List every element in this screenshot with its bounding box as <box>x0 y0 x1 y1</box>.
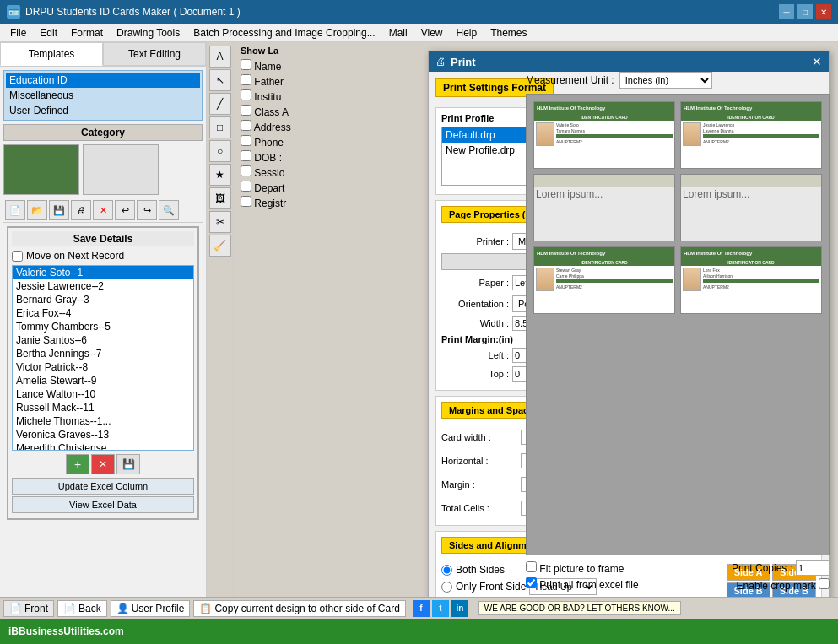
label-session-check[interactable] <box>241 165 251 176</box>
toolbar-print[interactable]: 🖨 <box>71 200 91 220</box>
menu-view[interactable]: View <box>414 25 450 41</box>
label-registr-check[interactable] <box>241 196 251 207</box>
tab-text-editing[interactable]: Text Editing <box>103 42 206 66</box>
tool-image[interactable]: 🖼 <box>209 187 231 209</box>
front-icon: 📄 <box>9 603 22 614</box>
label-class-check[interactable] <box>241 105 251 116</box>
card-1-badge-bar: IDENTIFICATION CARD <box>534 114 674 121</box>
menu-mail[interactable]: Mail <box>382 25 414 41</box>
menu-themes[interactable]: Themes <box>484 25 533 41</box>
label-phone-check[interactable] <box>241 135 251 146</box>
printer-icon: 🖨 <box>435 56 446 68</box>
fit-picture-checkbox[interactable] <box>526 561 537 572</box>
tab-templates[interactable]: Templates <box>0 42 103 66</box>
print-all-excel-checkbox[interactable] <box>526 577 537 588</box>
fit-picture-label: Fit picture to frame <box>539 563 624 575</box>
show-labels-panel: Show La Name Father Institu Class A Addr… <box>237 42 393 213</box>
menu-file[interactable]: File <box>3 25 33 41</box>
move-next-checkbox[interactable] <box>12 251 23 262</box>
names-item-7[interactable]: Victor Patrick--8 <box>13 360 193 374</box>
id-card-5: HLM Institute Of Technology IDENTIFICATI… <box>533 246 675 314</box>
card-1-info: Valerie Soto Tamara Numes ANUPTERM2 <box>556 122 673 169</box>
names-item-13[interactable]: Meredith Christense <box>13 441 193 451</box>
names-item-3[interactable]: Erica Fox--4 <box>13 306 193 320</box>
label-address-check[interactable] <box>241 120 251 131</box>
measurement-select[interactable]: Inches (in) <box>619 72 712 89</box>
names-item-11[interactable]: Michele Thomas--1... <box>13 414 193 428</box>
names-item-2[interactable]: Bernard Gray--3 <box>13 293 193 306</box>
toolbar-delete[interactable]: ✕ <box>93 200 113 220</box>
names-item-12[interactable]: Veronica Graves--13 <box>13 428 193 441</box>
label-institu-check[interactable] <box>241 89 251 100</box>
view-excel-button[interactable]: View Excel Data <box>12 496 194 513</box>
template-thumb-2[interactable] <box>83 144 159 195</box>
label-depart-check[interactable] <box>241 181 251 192</box>
toolbar-open[interactable]: 📂 <box>27 200 47 220</box>
names-item-6[interactable]: Bertha Jennings--7 <box>13 347 193 360</box>
menu-help[interactable]: Help <box>449 25 484 41</box>
enable-crop-checkbox[interactable] <box>819 578 830 589</box>
menu-edit[interactable]: Edit <box>33 25 64 41</box>
toolbar-save[interactable]: 💾 <box>49 200 69 220</box>
names-item-1[interactable]: Jessie Lawrence--2 <box>13 279 193 293</box>
maximize-button[interactable]: □ <box>797 4 813 19</box>
label-name-check[interactable] <box>241 59 251 70</box>
menu-format[interactable]: Format <box>64 25 110 41</box>
print-all-excel-row: Print all from excel file <box>526 577 639 591</box>
title-bar-controls[interactable]: ─ □ ✕ <box>779 4 831 19</box>
tool-star[interactable]: ★ <box>209 164 231 186</box>
sidebar-toolbar: 📄 📂 💾 🖨 ✕ ↩ ↪ 🔍 <box>3 198 203 223</box>
fit-picture-row: Fit picture to frame <box>526 561 639 575</box>
template-thumbnails <box>3 144 203 195</box>
close-window-button[interactable]: ✕ <box>816 4 831 19</box>
both-sides-radio[interactable] <box>441 565 452 576</box>
category-education-id[interactable]: Education ID <box>6 73 200 88</box>
tool-line[interactable]: ╱ <box>209 93 231 115</box>
dialog-close-button[interactable]: ✕ <box>812 55 822 68</box>
names-item-10[interactable]: Russell Mack--11 <box>13 401 193 414</box>
toolbar-undo[interactable]: ↩ <box>115 200 135 220</box>
status-front-tab[interactable]: 📄 Front <box>3 600 54 617</box>
label-father-check[interactable] <box>241 74 251 85</box>
names-item-8[interactable]: Amelia Stewart--9 <box>13 374 193 387</box>
twitter-icon[interactable]: t <box>432 600 449 617</box>
feedback-button[interactable]: WE ARE GOOD OR BAD? LET OTHERS KNOW... <box>478 601 681 615</box>
status-copy-design-tab[interactable]: 📋 Copy current design to other side of C… <box>193 600 405 617</box>
facebook-icon[interactable]: f <box>413 600 430 617</box>
category-label: Category <box>3 124 203 141</box>
names-item-4[interactable]: Tommy Chambers--5 <box>13 320 193 333</box>
tool-eraser[interactable]: 🧹 <box>209 235 231 257</box>
tool-cursor[interactable]: ↖ <box>209 69 231 91</box>
names-item-9[interactable]: Lance Walton--10 <box>13 387 193 401</box>
template-thumb-1[interactable] <box>3 144 79 195</box>
toolbar-new[interactable]: 📄 <box>5 200 25 220</box>
add-record-button[interactable]: + <box>66 454 89 474</box>
id-card-1: HLM Institute Of Technology IDENTIFICATI… <box>533 101 675 169</box>
minimize-button[interactable]: ─ <box>779 4 794 19</box>
names-list[interactable]: Valerie Soto--1 Jessie Lawrence--2 Berna… <box>12 265 194 451</box>
toolbar-redo[interactable]: ↪ <box>137 200 157 220</box>
status-back-tab[interactable]: 📄 Back <box>57 600 107 617</box>
names-item-0[interactable]: Valerie Soto--1 <box>13 266 193 279</box>
tool-rect[interactable]: □ <box>209 116 231 138</box>
category-user-defined[interactable]: User Defined <box>6 103 200 118</box>
save-record-button[interactable]: 💾 <box>116 454 140 474</box>
label-dob-check[interactable] <box>241 150 251 161</box>
tool-crop[interactable]: ✂ <box>209 211 231 233</box>
category-miscellaneous[interactable]: Miscellaneous <box>6 88 200 103</box>
print-copies-label: Print Copies : <box>732 562 792 574</box>
back-label: Back <box>78 603 101 614</box>
menu-batch[interactable]: Batch Processing and Image Cropping... <box>187 25 381 41</box>
print-copies-input[interactable] <box>796 560 830 576</box>
toolbar-zoom-in[interactable]: 🔍 <box>159 200 179 220</box>
tool-ellipse[interactable]: ○ <box>209 140 231 162</box>
delete-record-button[interactable]: ✕ <box>91 454 115 474</box>
front-side-radio[interactable] <box>441 582 452 593</box>
menu-drawing[interactable]: Drawing Tools <box>110 25 187 41</box>
status-user-profile-tab[interactable]: 👤 User Profile <box>111 600 191 617</box>
update-excel-button[interactable]: Update Excel Column <box>12 478 194 495</box>
tool-text[interactable]: A <box>209 46 231 68</box>
names-item-5[interactable]: Janie Santos--6 <box>13 333 193 347</box>
ibusiness-bar: iBBusinessUtilities.com <box>0 619 838 644</box>
linkedin-icon[interactable]: in <box>451 600 468 617</box>
